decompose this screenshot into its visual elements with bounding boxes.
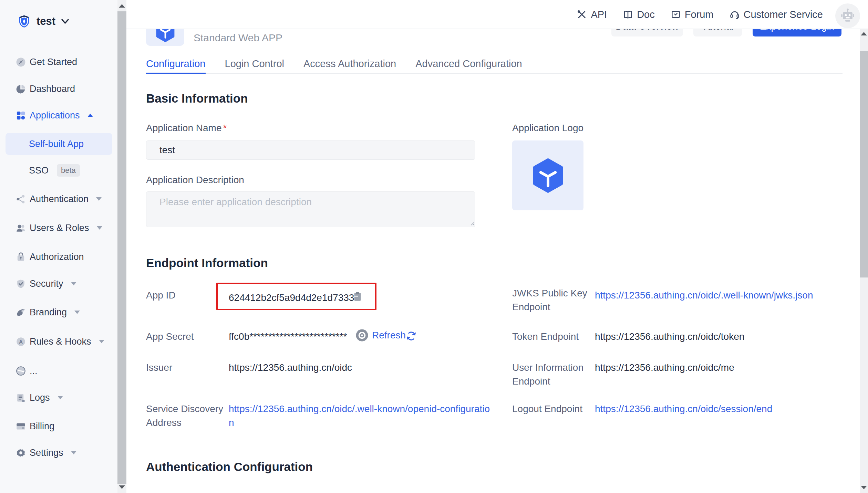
chevron-down-icon	[97, 226, 102, 230]
document-lines-icon	[16, 392, 26, 403]
tab-login-control[interactable]: Login Control	[225, 58, 285, 74]
app-secret-value: ffc0b**************************	[229, 330, 347, 344]
circle-a-icon: A	[16, 336, 26, 347]
sidebar-item-rules-hooks[interactable]: A Rules & Hooks	[0, 331, 117, 353]
application-logo-preview[interactable]	[512, 140, 583, 210]
authentication-configuration-title: Authentication Configuration	[146, 460, 313, 474]
book-icon	[623, 9, 633, 20]
chevron-down-icon	[71, 282, 76, 285]
robot-icon	[839, 8, 856, 24]
application-name-input[interactable]	[146, 140, 475, 160]
workspace-shield-logo-icon	[17, 14, 31, 28]
forum-link[interactable]: Forum	[671, 9, 714, 20]
tab-advanced-configuration[interactable]: Advanced Configuration	[415, 58, 522, 74]
gear-icon	[16, 448, 26, 458]
refresh-secret-link[interactable]: Refresh	[372, 330, 406, 341]
chevron-down-icon	[96, 197, 102, 201]
scroll-up-arrow[interactable]	[119, 4, 125, 8]
application-description-label: Application Description	[146, 175, 244, 186]
tab-configuration[interactable]: Configuration	[146, 58, 206, 74]
service-discovery-address-link[interactable]: https://12356.authing.cn/oidc/.well-know…	[229, 402, 494, 430]
refresh-icon[interactable]	[406, 331, 417, 342]
chevron-down-icon	[74, 311, 80, 314]
tab-bar: Configuration Login Control Access Autho…	[146, 58, 522, 74]
chevron-up-icon	[87, 114, 93, 117]
share-nodes-icon	[16, 194, 26, 204]
sidebar-item-self-built-app[interactable]: Self-built App	[6, 133, 112, 155]
user-avatar[interactable]	[835, 3, 860, 28]
sidebar-item-settings[interactable]: Settings	[0, 442, 117, 464]
sidebar-scrollbar-thumb[interactable]	[117, 11, 126, 484]
beta-badge: beta	[57, 164, 80, 177]
apps-grid-icon	[16, 110, 26, 121]
application-name-label: Application Name*	[146, 123, 227, 134]
chat-icon	[671, 9, 681, 20]
compass-icon	[16, 57, 26, 67]
shield-check-icon	[16, 279, 26, 289]
svg-text:A: A	[19, 339, 23, 345]
jwks-endpoint-link[interactable]: https://12356.authing.cn/oidc/.well-know…	[595, 289, 867, 302]
endpoint-information-title: Endpoint Information	[146, 256, 268, 270]
sidebar-item-authentication[interactable]: Authentication	[0, 188, 117, 210]
doc-link[interactable]: Doc	[623, 9, 655, 20]
required-asterisk: *	[223, 123, 227, 133]
sidebar: test Get Started Dashboard Applications …	[0, 0, 117, 493]
headset-icon	[730, 9, 740, 20]
logout-endpoint-link[interactable]: https://12356.authing.cn/oidc/session/en…	[595, 402, 772, 416]
chevron-down-icon	[99, 340, 104, 343]
sidebar-item-sso[interactable]: SSO beta	[0, 159, 117, 181]
application-description-textarea[interactable]	[146, 191, 475, 227]
app-secret-label: App Secret	[146, 330, 231, 344]
main-scrollbar-thumb[interactable]	[860, 51, 868, 277]
issuer-value: https://12356.authing.cn/oidc	[229, 361, 352, 375]
sidebar-item-logs[interactable]: Logs	[0, 387, 117, 409]
cube-logo-icon	[530, 157, 566, 194]
jwks-endpoint-label: JWKS Public Key Endpoint	[512, 286, 598, 314]
scroll-up-arrow[interactable]	[861, 32, 867, 35]
user-information-endpoint-label: User Information Endpoint	[512, 361, 598, 388]
token-endpoint-value: https://12356.authing.cn/oidc/token	[595, 330, 744, 344]
tab-access-authorization[interactable]: Access Authorization	[303, 58, 396, 74]
workspace-switcher[interactable]: test	[17, 14, 69, 28]
issuer-label: Issuer	[146, 361, 231, 375]
sidebar-item-more[interactable]: ...	[0, 360, 117, 382]
token-endpoint-label: Token Endpoint	[512, 330, 598, 344]
app-id-label: App ID	[146, 289, 231, 302]
api-link[interactable]: API	[577, 9, 607, 20]
app-id-value: 624412b2cf5a9d4d2e1d7333	[229, 291, 354, 305]
pie-chart-icon	[16, 84, 26, 94]
lock-bag-icon	[16, 252, 26, 262]
paint-brush-icon	[16, 307, 26, 318]
credit-card-icon	[16, 421, 26, 432]
logout-endpoint-label: Logout Endpoint	[512, 402, 598, 416]
topbar-nav: API Doc Forum Customer Service	[577, 0, 823, 29]
sidebar-item-applications[interactable]: Applications	[0, 104, 117, 126]
chevron-down-icon	[61, 19, 69, 24]
sidebar-item-authorization[interactable]: Authorization	[0, 246, 117, 268]
service-discovery-address-label: Service Discovery Address	[146, 402, 231, 430]
scroll-down-arrow[interactable]	[119, 485, 125, 489]
application-logo-label: Application Logo	[512, 123, 583, 134]
workspace-name: test	[37, 15, 55, 28]
basic-information-title: Basic Information	[146, 92, 248, 105]
sidebar-item-security[interactable]: Security	[0, 273, 117, 295]
resize-handle-icon[interactable]	[469, 220, 475, 227]
app-type-subtitle: Standard Web APP	[194, 32, 282, 44]
sidebar-item-billing[interactable]: Billing	[0, 415, 117, 437]
tools-icon	[577, 9, 587, 20]
user-information-endpoint-value: https://12356.authing.cn/oidc/me	[595, 361, 734, 375]
sidebar-item-get-started[interactable]: Get Started	[0, 51, 117, 73]
customer-service-link[interactable]: Customer Service	[730, 9, 823, 20]
chevron-down-icon	[58, 396, 63, 399]
chevron-down-icon	[71, 451, 76, 454]
sidebar-item-branding[interactable]: Branding	[0, 301, 117, 323]
globe-icon	[16, 366, 26, 376]
scroll-down-arrow[interactable]	[861, 486, 867, 489]
copy-icon[interactable]	[352, 291, 363, 302]
main-scrollbar[interactable]	[860, 29, 868, 493]
eye-toggle-icon[interactable]	[355, 328, 369, 342]
sidebar-scrollbar[interactable]	[117, 0, 126, 493]
users-icon	[16, 223, 26, 233]
sidebar-item-dashboard[interactable]: Dashboard	[0, 78, 117, 100]
sidebar-item-users-roles[interactable]: Users & Roles	[0, 217, 117, 239]
